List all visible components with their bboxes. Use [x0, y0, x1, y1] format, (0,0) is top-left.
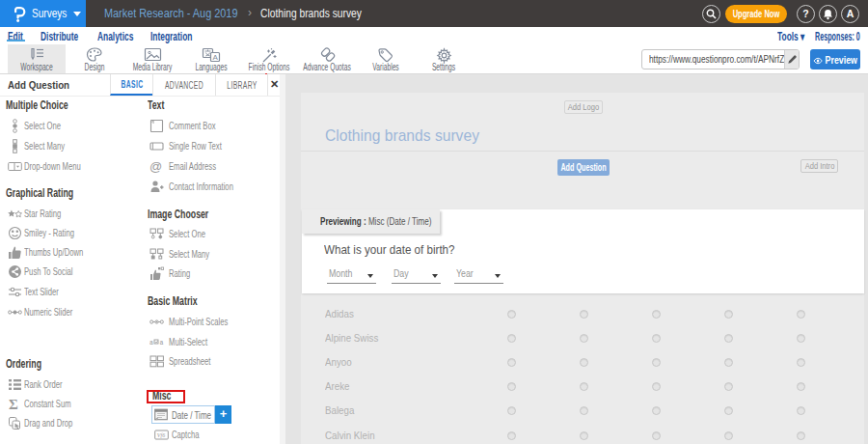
svg-text:@: @	[149, 159, 162, 174]
svg-text:a: a	[160, 340, 164, 347]
svg-text:Σ: Σ	[9, 397, 18, 411]
svg-text:Vf6: Vf6	[157, 432, 165, 438]
svg-text:a: a	[149, 340, 153, 347]
